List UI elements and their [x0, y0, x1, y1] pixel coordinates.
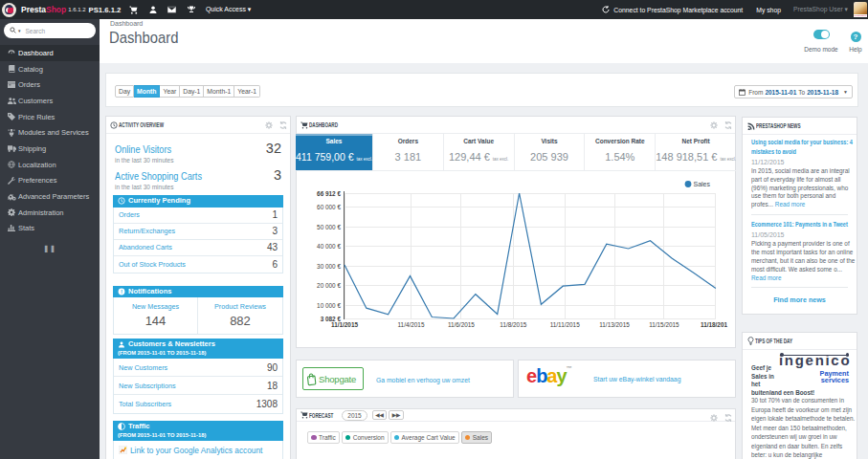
svg-text:!: ! [121, 288, 122, 294]
svg-text:30 000 €: 30 000 € [317, 263, 341, 270]
svg-text:50 000 €: 50 000 € [317, 224, 341, 230]
svg-text:11/6/2015: 11/6/2015 [448, 321, 475, 328]
svg-text:11/18/201: 11/18/201 [701, 321, 728, 328]
svg-text:66 912 €: 66 912 € [317, 190, 341, 197]
svg-text:40 000 €: 40 000 € [317, 243, 341, 250]
svg-text:11/1/2015: 11/1/2015 [331, 321, 359, 328]
svg-text:60 000 €: 60 000 € [317, 204, 341, 210]
svg-text:11/8/2015: 11/8/2015 [500, 321, 526, 328]
svg-text:11/15/2015: 11/15/2015 [649, 321, 679, 328]
svg-text:11/13/2015: 11/13/2015 [599, 321, 630, 328]
svg-text:11/4/2015: 11/4/2015 [398, 321, 425, 328]
svg-text:Sales: Sales [694, 181, 711, 187]
svg-text:20 000 €: 20 000 € [317, 282, 341, 289]
svg-text:11/11/2015: 11/11/2015 [550, 321, 580, 328]
svg-text:10 000 €: 10 000 € [317, 302, 341, 309]
